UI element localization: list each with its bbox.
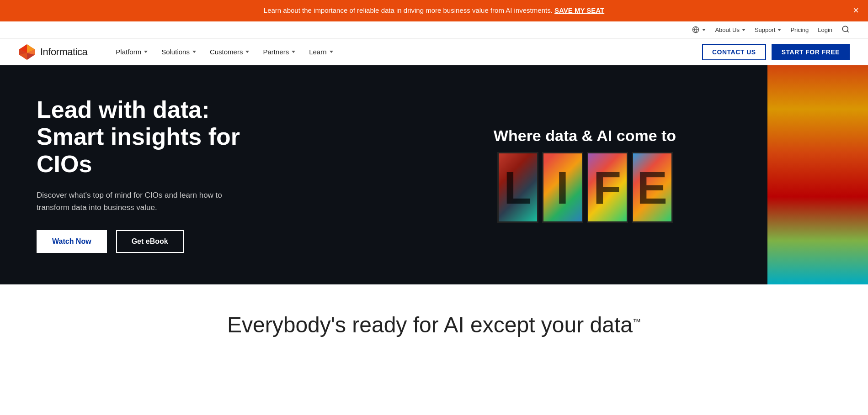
nav-customers[interactable]: Customers bbox=[204, 44, 255, 59]
nav-action-buttons: CONTACT US START FOR FREE bbox=[702, 44, 850, 60]
nav-learn[interactable]: Learn bbox=[304, 44, 338, 59]
hero-title: Lead with data: Smart insights for CIOs bbox=[37, 96, 256, 178]
secondary-nav: About Us Support Pricing Login bbox=[0, 21, 868, 39]
watch-now-button[interactable]: Watch Now bbox=[37, 230, 107, 253]
nav-partners[interactable]: Partners bbox=[257, 44, 301, 59]
start-for-free-button[interactable]: START FOR FREE bbox=[772, 44, 850, 60]
partners-chevron bbox=[292, 51, 295, 53]
logo-text: Informatica bbox=[40, 46, 87, 58]
hero-tagline: Where data & AI come to bbox=[494, 126, 676, 145]
letter-f: F bbox=[587, 152, 628, 223]
hero-description: Discover what's top of mind for CIOs and… bbox=[37, 189, 256, 214]
top-banner: Learn about the importance of reliable d… bbox=[0, 0, 868, 21]
hero-buttons: Watch Now Get eBook bbox=[37, 230, 256, 253]
svg-line-3 bbox=[847, 31, 848, 32]
logo-link[interactable]: Informatica bbox=[18, 43, 87, 61]
banner-text: Learn about the importance of reliable d… bbox=[264, 6, 553, 14]
globe-button[interactable] bbox=[692, 26, 706, 33]
learn-chevron bbox=[330, 51, 333, 53]
bottom-title: Everybody's ready for AI except your dat… bbox=[18, 312, 850, 338]
primary-nav: Informatica Platform Solutions Customers… bbox=[0, 39, 868, 65]
platform-chevron bbox=[144, 51, 148, 53]
bottom-section: Everybody's ready for AI except your dat… bbox=[0, 284, 868, 357]
trademark-symbol: ™ bbox=[633, 317, 641, 326]
customers-chevron bbox=[245, 51, 249, 53]
letter-i: I bbox=[542, 152, 583, 223]
life-letters-display: L I F E bbox=[497, 152, 673, 223]
about-us-link[interactable]: About Us bbox=[715, 26, 745, 33]
globe-chevron bbox=[702, 29, 706, 31]
hero-content: Lead with data: Smart insights for CIOs … bbox=[0, 69, 283, 281]
login-link[interactable]: Login bbox=[818, 26, 832, 33]
hero-right-visual: Where data & AI come to L I F E bbox=[283, 108, 868, 242]
nav-solutions[interactable]: Solutions bbox=[156, 44, 202, 59]
solutions-chevron bbox=[192, 51, 196, 53]
main-navigation: Platform Solutions Customers Partners Le… bbox=[110, 44, 688, 59]
letter-e: E bbox=[632, 152, 673, 223]
letter-l: L bbox=[497, 152, 538, 223]
get-ebook-button[interactable]: Get eBook bbox=[116, 230, 184, 253]
informatica-logo-icon bbox=[18, 43, 36, 61]
globe-icon bbox=[692, 26, 699, 33]
search-icon[interactable] bbox=[841, 25, 850, 35]
about-chevron bbox=[742, 29, 746, 31]
support-chevron bbox=[777, 29, 781, 31]
support-link[interactable]: Support bbox=[755, 26, 782, 33]
banner-close[interactable]: × bbox=[853, 5, 859, 16]
hero-section: Lead with data: Smart insights for CIOs … bbox=[0, 65, 868, 284]
banner-cta[interactable]: SAVE MY SEAT bbox=[554, 6, 604, 14]
nav-platform[interactable]: Platform bbox=[110, 44, 153, 59]
contact-us-button[interactable]: CONTACT US bbox=[702, 44, 766, 60]
pricing-link[interactable]: Pricing bbox=[790, 26, 809, 33]
svg-point-2 bbox=[842, 26, 848, 32]
